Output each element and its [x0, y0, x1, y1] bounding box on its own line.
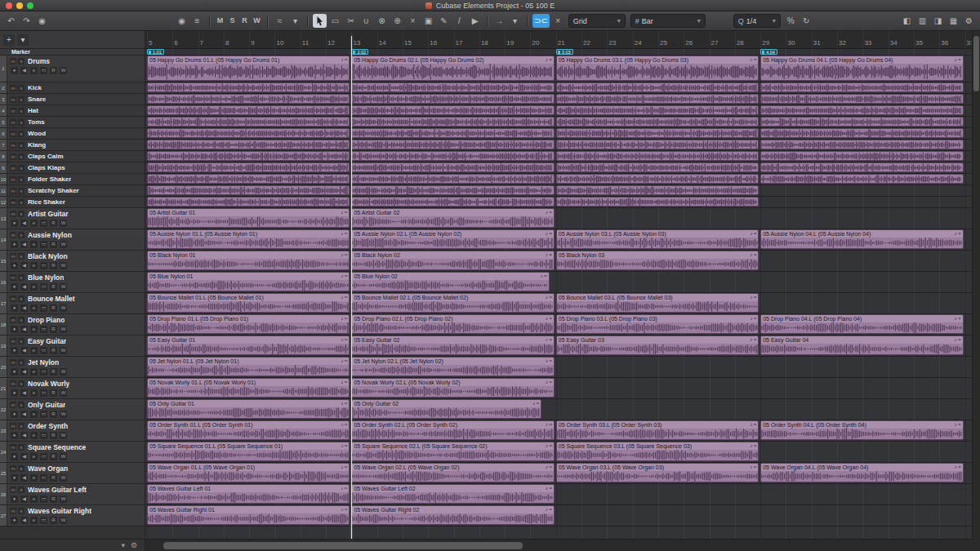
read-automation-button[interactable]: R: [50, 220, 57, 227]
monitor-button[interactable]: ◀: [20, 474, 28, 482]
autoscroll-icon[interactable]: →: [492, 14, 506, 28]
audio-clip[interactable]: [760, 117, 963, 127]
audio-clip[interactable]: 05 Aussie Nylon 04.L (05 Aussie Nylon 04…: [760, 229, 963, 249]
split-tool[interactable]: ✂: [344, 14, 358, 28]
write-automation-button[interactable]: W: [60, 220, 67, 227]
audio-clip[interactable]: 05 Wave Organ 04.L (05 Wave Organ 04)♪ ≈: [760, 463, 963, 482]
solo-button[interactable]: s: [18, 85, 24, 91]
audio-clip[interactable]: [760, 105, 963, 115]
inserts-button[interactable]: ▭: [40, 517, 47, 524]
record-arm-button[interactable]: ●: [11, 304, 18, 312]
track-row-rice-shaker[interactable]: 12msRice Shaker: [0, 197, 145, 208]
object-selection-tool[interactable]: [313, 14, 327, 28]
audio-clip[interactable]: 05 Aussie Nylon 02.L (05 Aussie Nylon 02…: [351, 229, 554, 249]
zoom-button[interactable]: [27, 2, 33, 9]
read-automation-button[interactable]: R: [50, 495, 57, 503]
monitor-button[interactable]: ◀: [20, 220, 28, 227]
mute-button[interactable]: m: [10, 211, 16, 217]
read-automation-button[interactable]: R: [50, 241, 57, 248]
audio-clip[interactable]: 05 Novak Wurly 02.L (05 Novak Wurly 02)♪…: [351, 378, 554, 398]
audio-clip[interactable]: [556, 151, 759, 161]
inserts-button[interactable]: ▭: [40, 283, 47, 291]
track-row-wave-organ[interactable]: 25msWave Organ●◀e▭RW: [0, 463, 145, 484]
edit-channel-button[interactable]: e: [30, 474, 38, 482]
record-mode-icon[interactable]: ◉: [175, 14, 189, 28]
edit-channel-button[interactable]: e: [30, 241, 38, 248]
undo-icon[interactable]: ↶: [4, 14, 18, 28]
audio-clip[interactable]: 05 Jet Nylon 02.L (05 Jet Nylon 02)♪ ≈: [351, 357, 554, 376]
mute-button[interactable]: m: [10, 58, 16, 64]
solo-button[interactable]: s: [18, 317, 24, 323]
inserts-button[interactable]: ▭: [40, 67, 47, 74]
mute-button[interactable]: m: [10, 108, 16, 114]
read-automation-button[interactable]: R: [50, 67, 57, 74]
range-selection-tool[interactable]: ▭: [328, 14, 342, 28]
solo-button[interactable]: s: [18, 295, 24, 302]
track-row-drums[interactable]: 1msDrums●◀e▭RW: [0, 56, 145, 82]
quantize-apply-icon[interactable]: ↻: [800, 14, 813, 28]
solo-button[interactable]: s: [18, 274, 24, 281]
audio-clip[interactable]: 05 Only Guitar 01♪ ≈: [147, 399, 350, 419]
solo-button[interactable]: s: [18, 188, 24, 194]
monitor-button[interactable]: ◀: [20, 304, 28, 312]
mute-button[interactable]: m: [10, 165, 16, 171]
audio-clip[interactable]: [351, 151, 554, 161]
snap-type-icon[interactable]: ×: [551, 14, 565, 28]
solo-button[interactable]: s: [18, 119, 24, 126]
read-automation-button[interactable]: R: [50, 347, 57, 354]
audio-clip[interactable]: [147, 105, 350, 115]
mute-button[interactable]: m: [10, 274, 16, 281]
audio-clip[interactable]: [760, 82, 963, 92]
solo-button[interactable]: s: [18, 423, 24, 429]
monitor-button[interactable]: ◀: [20, 326, 28, 333]
glue-tool[interactable]: ∪: [359, 14, 373, 28]
audio-clip[interactable]: 05 Easy Guitar 03♪ ≈: [556, 335, 759, 355]
solo-button[interactable]: s: [18, 165, 24, 171]
write-automation-button[interactable]: W: [60, 432, 67, 439]
audio-clip[interactable]: [556, 94, 759, 104]
audio-clip[interactable]: 05 Waves Guitar Right 02♪ ≈: [351, 505, 554, 525]
audio-clip[interactable]: 05 Easy Guitar 04♪ ≈: [760, 335, 963, 355]
inserts-button[interactable]: ▭: [40, 368, 47, 375]
solo-button[interactable]: s: [18, 338, 24, 344]
add-track-button[interactable]: +: [3, 34, 15, 46]
read-automation-button[interactable]: R: [50, 432, 57, 439]
audio-clip[interactable]: 05 Artist Guitar 01♪ ≈: [147, 208, 350, 228]
marker-event[interactable]: 3.03: [556, 49, 573, 55]
track-row-kick[interactable]: 2msKick: [0, 82, 145, 94]
audio-clip[interactable]: 05 Drop Piano 02.L (05 Drop Piano 02)♪ ≈: [351, 314, 554, 334]
edit-channel-button[interactable]: e: [30, 283, 38, 291]
close-button[interactable]: [6, 2, 12, 9]
audio-clip[interactable]: 05 Black Nylon 01♪ ≈: [147, 251, 350, 270]
solo-button[interactable]: s: [18, 487, 24, 493]
write-automation-button[interactable]: W: [60, 67, 67, 74]
write-all-button[interactable]: W: [252, 14, 262, 28]
audio-clip[interactable]: [147, 94, 350, 104]
edit-channel-button[interactable]: e: [30, 368, 38, 375]
zoom-tool[interactable]: ⊕: [390, 14, 404, 28]
audio-clip[interactable]: [351, 140, 554, 149]
audio-clip[interactable]: 05 Drop Piano 01.L (05 Drop Piano 01)♪ ≈: [147, 314, 350, 334]
snap-on-off-icon[interactable]: ⊃⊂: [532, 14, 550, 28]
mute-button[interactable]: m: [10, 142, 16, 149]
track-row-klang[interactable]: 7msKlang: [0, 140, 145, 151]
audio-clip[interactable]: 05 Blue Nylon 01♪ ≈: [147, 272, 350, 291]
read-automation-button[interactable]: R: [50, 368, 57, 375]
track-row-claps-klaps[interactable]: 9msClaps Klaps: [0, 162, 145, 174]
edit-channel-button[interactable]: e: [30, 262, 38, 269]
right-zone-icon[interactable]: ◨: [931, 14, 945, 28]
edit-channel-button[interactable]: e: [30, 495, 38, 503]
monitor-button[interactable]: ◀: [20, 432, 28, 439]
edit-channel-button[interactable]: e: [30, 304, 38, 312]
track-row-order-synth[interactable]: 23msOrder Synth●◀e▭RW: [0, 420, 145, 442]
audio-clip[interactable]: 05 Square Sequence 01.L (05 Square Seque…: [147, 442, 350, 461]
audio-clip[interactable]: 05 Waves Guitar Left 01♪ ≈: [147, 484, 350, 504]
mute-button[interactable]: m: [10, 131, 16, 137]
track-row-aussie-nylon[interactable]: 14msAussie Nylon●◀e▭RW: [0, 229, 145, 251]
write-automation-button[interactable]: W: [60, 474, 67, 482]
read-automation-button[interactable]: R: [50, 283, 57, 291]
audio-clip[interactable]: [760, 140, 963, 149]
track-row-toms[interactable]: 5msToms: [0, 117, 145, 128]
edit-channel-button[interactable]: e: [30, 517, 38, 524]
write-automation-button[interactable]: W: [60, 411, 67, 418]
